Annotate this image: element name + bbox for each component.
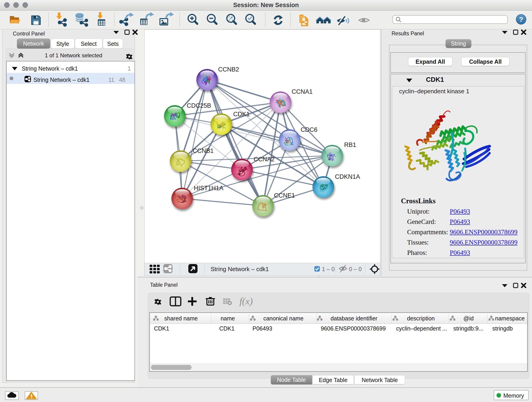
svg-text:shared name: shared name [164,315,198,322]
svg-text:CCNA2: CCNA2 [254,156,275,163]
svg-text:canonical name: canonical name [263,315,303,322]
svg-text:namespace: namespace [495,315,525,322]
svg-text:HIST1H1A: HIST1H1A [194,185,223,191]
svg-text:CDK1: CDK1 [233,111,250,118]
svg-text:name: name [221,315,235,322]
svg-text:CCNB1: CCNB1 [193,147,214,154]
svg-text:@id: @id [463,315,474,322]
svg-text:description: description [407,315,435,322]
svg-text:CDC25B: CDC25B [187,102,211,109]
svg-text:f(x): f(x) [239,296,253,307]
svg-text:RB1: RB1 [344,141,356,148]
svg-text:CDC6: CDC6 [301,126,317,133]
svg-text:CDKN1A: CDKN1A [335,173,360,180]
svg-text:database identifier: database identifier [331,315,377,322]
svg-text:CCNE1: CCNE1 [274,192,295,199]
svg-text:CCNA1: CCNA1 [292,88,313,95]
svg-text:CCNB2: CCNB2 [218,66,239,73]
